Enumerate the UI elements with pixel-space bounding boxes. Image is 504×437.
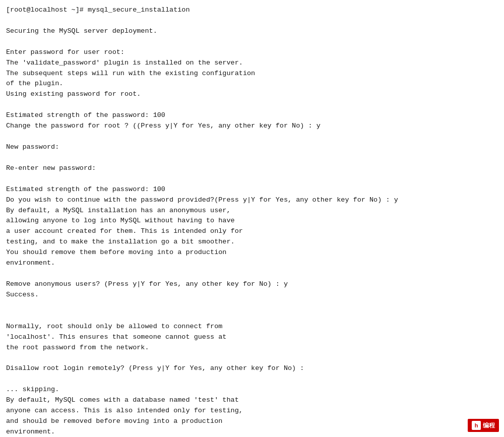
terminal-window: [root@localhost ~]# mysql_secure_install… xyxy=(0,0,504,437)
terminal-output[interactable]: [root@localhost ~]# mysql_secure_install… xyxy=(6,5,498,437)
watermark-icon: h xyxy=(472,421,481,430)
watermark-badge: h 编程 xyxy=(468,419,499,432)
watermark-text: 编程 xyxy=(483,421,495,430)
